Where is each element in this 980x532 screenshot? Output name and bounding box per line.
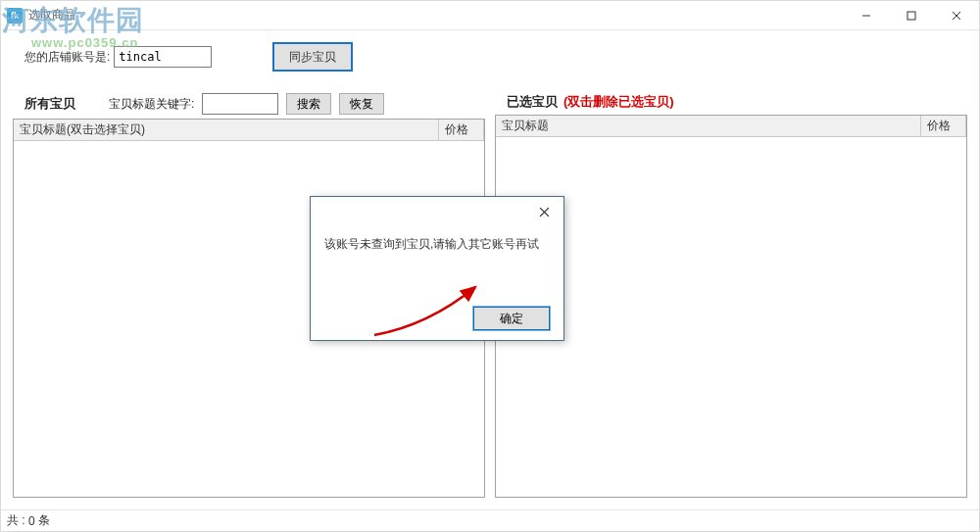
dialog-message: 该账号未查询到宝贝,请输入其它账号再试 xyxy=(324,237,539,251)
titlebar: fk 选取商品 xyxy=(1,1,979,30)
close-button[interactable] xyxy=(934,1,979,30)
maximize-button[interactable] xyxy=(889,1,934,30)
minimize-button[interactable] xyxy=(844,1,889,30)
left-grid-head: 宝贝标题(双击选择宝贝) 价格 xyxy=(14,120,484,141)
left-panel-head: 所有宝贝 宝贝标题关键字: 搜索 恢复 xyxy=(13,93,485,115)
keyword-input[interactable] xyxy=(202,93,278,115)
right-panel-hint: (双击删除已选宝贝) xyxy=(564,93,674,111)
right-panel-title: 已选宝贝 xyxy=(507,93,558,111)
left-col-price[interactable]: 价格 xyxy=(439,120,484,140)
right-col-price[interactable]: 价格 xyxy=(921,116,966,136)
dialog-close-button[interactable] xyxy=(526,199,562,224)
right-grid-body[interactable] xyxy=(496,137,966,497)
dialog-titlebar xyxy=(311,197,564,226)
right-col-title[interactable]: 宝贝标题 xyxy=(496,116,921,136)
ok-button[interactable]: 确定 xyxy=(473,307,550,330)
search-button[interactable]: 搜索 xyxy=(286,93,331,115)
right-panel-head: 已选宝贝 (双击删除已选宝贝) xyxy=(495,93,967,111)
sync-button[interactable]: 同步宝贝 xyxy=(272,42,353,72)
status-prefix: 共 : xyxy=(7,512,25,529)
keyword-label: 宝贝标题关键字: xyxy=(109,96,194,113)
status-suffix: 条 xyxy=(38,512,50,529)
shop-account-input[interactable] xyxy=(114,46,212,68)
right-panel: 已选宝贝 (双击删除已选宝贝) 宝贝标题 价格 xyxy=(495,93,967,498)
app-icon: fk xyxy=(7,8,23,24)
status-bar: 共 : 0 条 xyxy=(1,509,979,531)
dialog-footer: 确定 xyxy=(311,297,564,340)
top-row: 您的店铺账号是: 同步宝贝 xyxy=(24,42,967,72)
status-count: 0 xyxy=(28,514,35,528)
dialog-body: 该账号未查询到宝贝,请输入其它账号再试 xyxy=(311,226,564,297)
shop-account-label: 您的店铺账号是: xyxy=(24,49,110,66)
left-col-title[interactable]: 宝贝标题(双击选择宝贝) xyxy=(14,120,439,140)
restore-button[interactable]: 恢复 xyxy=(339,93,384,115)
left-panel-title: 所有宝贝 xyxy=(24,95,75,113)
svg-rect-1 xyxy=(907,12,915,20)
alert-dialog: 该账号未查询到宝贝,请输入其它账号再试 确定 xyxy=(310,196,564,341)
window-title: 选取商品 xyxy=(28,7,75,24)
right-grid-head: 宝贝标题 价格 xyxy=(496,116,966,137)
right-grid: 宝贝标题 价格 xyxy=(495,115,967,498)
